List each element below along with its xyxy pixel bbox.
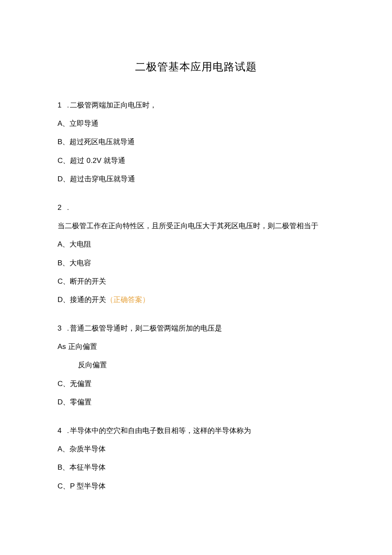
option-c: C、超过 0.2V 就导通: [58, 155, 334, 166]
option-a: As 正向偏置: [58, 341, 334, 352]
question-2: 2 . 当二极管工作在正向特性区，且所受正向电压大于其死区电压时，则二极管相当于…: [58, 202, 334, 305]
option-c: C、断开的开关: [58, 276, 334, 287]
question-2-text: 当二极管工作在正向特性区，且所受正向电压大于其死区电压时，则二极管相当于: [58, 220, 334, 232]
option-a: A、大电阻: [58, 238, 334, 250]
question-4: 4 .半导体中的空穴和自由电子数目相等，这样的半导体称为 A、杂质半导体 B、本…: [58, 425, 334, 492]
question-2-number-line: 2 .: [58, 202, 334, 213]
question-dot: .: [67, 202, 69, 213]
question-body: 半导体中的空穴和自由电子数目相等，这样的半导体称为: [70, 427, 251, 435]
question-dot: .: [67, 323, 69, 334]
question-3-text: 3 .普通二极管导通时，则二极管两端所加的电压是: [58, 323, 334, 334]
option-d: D、零偏置: [58, 396, 334, 408]
question-number: 4: [58, 425, 61, 436]
option-b-indent: 反向偏置: [58, 359, 334, 371]
question-1: 1 .二极管两端加正向电压时， A、立即导通 B、超过死区电压就导通 C、超过 …: [58, 99, 334, 185]
option-d: D、接通的开关（正确答案）: [58, 294, 334, 305]
page-title: 二极管基本应用电路试题: [58, 60, 334, 74]
question-3: 3 .普通二极管导通时，则二极管两端所加的电压是 As 正向偏置 反向偏置 C、…: [58, 323, 334, 408]
option-b: B、超过死区电压就导通: [58, 136, 334, 148]
option-a: A、杂质半导体: [58, 443, 334, 455]
question-number: 2: [58, 202, 61, 213]
question-number: 3: [58, 323, 61, 334]
question-body: 普通二极管导通时，则二极管两端所加的电压是: [70, 324, 222, 332]
question-number: 1: [58, 99, 61, 111]
option-d: D、超过击穿电压就导通: [58, 173, 334, 185]
option-b: B、大电容: [58, 257, 334, 269]
option-d-label: D、接通的开关: [58, 296, 106, 304]
option-a: A、立即导通: [58, 118, 334, 129]
question-dot: .: [67, 425, 69, 436]
question-1-text: 1 .二极管两端加正向电压时，: [58, 99, 334, 111]
question-4-text: 4 .半导体中的空穴和自由电子数目相等，这样的半导体称为: [58, 425, 334, 436]
question-body: 二极管两端加正向电压时，: [70, 101, 157, 109]
option-c: C、P 型半导体: [58, 480, 334, 492]
option-b: B、本征半导体: [58, 462, 334, 473]
option-c: C、无偏置: [58, 378, 334, 389]
question-dot: .: [67, 99, 69, 111]
correct-answer-label: （正确答案）: [106, 296, 150, 304]
